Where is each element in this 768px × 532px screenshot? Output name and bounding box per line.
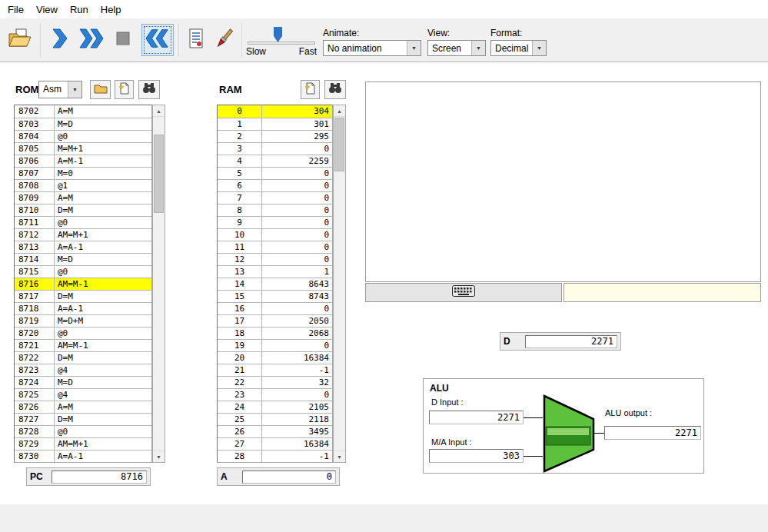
rom-format-select[interactable]: Asm ▼ bbox=[38, 81, 82, 98]
rom-row-address[interactable]: 8727 bbox=[15, 414, 55, 425]
ram-row[interactable]: 230 bbox=[218, 388, 332, 401]
rom-row-value[interactable]: A=M bbox=[55, 192, 151, 204]
ram-row-address[interactable]: 16 bbox=[218, 303, 262, 314]
rom-row[interactable]: 8706A=M-1 bbox=[15, 155, 151, 167]
rom-row-value[interactable]: @0 bbox=[55, 266, 151, 278]
rom-row-address[interactable]: 8726 bbox=[15, 401, 55, 413]
ram-row-address[interactable]: 0 bbox=[218, 105, 262, 118]
ram-row[interactable]: 30 bbox=[218, 142, 332, 155]
ram-row-address[interactable]: 24 bbox=[218, 401, 262, 413]
rom-row-value[interactable]: @1 bbox=[55, 180, 151, 191]
rom-row-address[interactable]: 8706 bbox=[15, 155, 55, 167]
ram-row[interactable]: 2232 bbox=[218, 376, 332, 388]
ram-row-value[interactable]: 0 bbox=[262, 389, 332, 401]
stop-button[interactable] bbox=[112, 25, 134, 55]
rom-row-value[interactable]: A=A-1 bbox=[55, 303, 151, 314]
menu-file[interactable]: File bbox=[2, 2, 30, 18]
ram-row[interactable]: 90 bbox=[218, 216, 332, 228]
rom-row-address[interactable]: 8722 bbox=[15, 352, 55, 364]
ram-row[interactable]: 50 bbox=[218, 167, 332, 179]
ram-row-address[interactable]: 3 bbox=[218, 143, 262, 155]
ram-row-value[interactable]: 0 bbox=[262, 217, 332, 228]
ram-search-button[interactable] bbox=[324, 80, 346, 99]
rom-row[interactable]: 8708@1 bbox=[15, 179, 151, 191]
a-value-field[interactable]: 0 bbox=[242, 470, 336, 484]
rom-row-value[interactable]: AM=M-1 bbox=[55, 278, 151, 290]
rom-row[interactable]: 8717D=M bbox=[15, 290, 151, 302]
rom-row[interactable]: 8713A=A-1 bbox=[15, 241, 151, 253]
rom-row[interactable]: 8725@4 bbox=[15, 388, 151, 401]
ram-row-address[interactable]: 8 bbox=[218, 204, 262, 216]
rom-row-value[interactable]: D=M bbox=[55, 414, 151, 425]
scroll-down-icon[interactable]: ▼ bbox=[334, 451, 345, 462]
rom-row-address[interactable]: 8721 bbox=[15, 340, 55, 351]
load-program-button[interactable] bbox=[6, 25, 34, 55]
ram-row-address[interactable]: 15 bbox=[218, 291, 262, 302]
rom-row-value[interactable]: A=M-1 bbox=[55, 155, 151, 167]
rom-row-value[interactable]: M=0 bbox=[55, 168, 151, 179]
ram-row-address[interactable]: 22 bbox=[218, 377, 262, 388]
ram-row[interactable]: 2016384 bbox=[218, 351, 332, 364]
rom-row-value[interactable]: A=A-1 bbox=[55, 241, 151, 253]
ram-row[interactable]: 100 bbox=[218, 228, 332, 241]
rom-row-value[interactable]: A=M bbox=[55, 401, 151, 413]
d-value-field[interactable]: 2271 bbox=[525, 335, 617, 348]
ram-row[interactable]: 263495 bbox=[218, 425, 332, 437]
ram-row-value[interactable]: -1 bbox=[262, 364, 332, 376]
chevron-down-icon[interactable]: ▼ bbox=[407, 41, 421, 55]
ram-row-value[interactable]: 8743 bbox=[262, 291, 332, 302]
ram-row-value[interactable]: 8643 bbox=[262, 278, 332, 290]
ram-row[interactable]: 21-1 bbox=[218, 364, 332, 376]
ram-row-address[interactable]: 26 bbox=[218, 426, 262, 437]
rom-row-address[interactable]: 8702 bbox=[15, 105, 55, 118]
ram-row-value[interactable]: 2050 bbox=[262, 315, 332, 327]
ram-row-address[interactable]: 13 bbox=[218, 266, 262, 278]
ram-row[interactable]: 80 bbox=[218, 204, 332, 216]
rom-row-value[interactable]: D=M bbox=[55, 204, 151, 216]
rom-scrollbar-thumb[interactable] bbox=[154, 135, 164, 213]
rom-row-address[interactable]: 8716 bbox=[15, 278, 55, 290]
ram-row-value[interactable]: 16384 bbox=[262, 352, 332, 364]
keyboard-button[interactable] bbox=[365, 283, 562, 302]
view-select[interactable]: Screen ▼ bbox=[427, 40, 486, 56]
rom-row-address[interactable]: 8724 bbox=[15, 377, 55, 388]
scroll-down-icon[interactable]: ▼ bbox=[153, 451, 165, 462]
single-step-button[interactable] bbox=[46, 25, 72, 55]
ram-row[interactable]: 190 bbox=[218, 339, 332, 351]
rom-row-address[interactable]: 8720 bbox=[15, 328, 55, 339]
rom-row-value[interactable]: AM=M-1 bbox=[55, 340, 151, 351]
speed-slider[interactable]: Slow Fast bbox=[246, 22, 317, 60]
rom-row[interactable]: 8711@0 bbox=[15, 216, 151, 228]
rom-row-address[interactable]: 8714 bbox=[15, 254, 55, 265]
scroll-up-icon[interactable]: ▲ bbox=[153, 105, 165, 117]
ram-row-value[interactable]: 2259 bbox=[262, 155, 332, 167]
ram-row-value[interactable]: -1 bbox=[262, 451, 332, 462]
ram-row-address[interactable]: 2 bbox=[218, 131, 262, 142]
ram-row-address[interactable]: 14 bbox=[218, 278, 262, 290]
rom-row[interactable]: 8726A=M bbox=[15, 401, 151, 413]
ram-row-value[interactable]: 2118 bbox=[262, 414, 332, 425]
rom-row-value[interactable]: M=D+M bbox=[55, 315, 151, 327]
ram-row[interactable]: 60 bbox=[218, 179, 332, 191]
ram-row-value[interactable]: 304 bbox=[262, 105, 332, 118]
rom-row[interactable]: 8714M=D bbox=[15, 253, 151, 265]
rom-row[interactable]: 8723@4 bbox=[15, 364, 151, 376]
ram-row-address[interactable]: 19 bbox=[218, 340, 262, 351]
rom-row[interactable]: 8724M=D bbox=[15, 376, 151, 388]
rom-row[interactable]: 8730A=A-1 bbox=[15, 450, 151, 462]
rom-row-address[interactable]: 8705 bbox=[15, 143, 55, 155]
rom-row[interactable]: 8707M=0 bbox=[15, 167, 151, 179]
rom-clear-button[interactable] bbox=[115, 80, 134, 99]
program-flow-button[interactable] bbox=[185, 25, 208, 55]
ram-row-address[interactable]: 28 bbox=[218, 451, 262, 462]
ram-row[interactable]: 182068 bbox=[218, 327, 332, 339]
rom-row-value[interactable]: M=M+1 bbox=[55, 143, 151, 155]
ram-row-address[interactable]: 1 bbox=[218, 118, 262, 130]
rom-row[interactable]: 8719M=D+M bbox=[15, 314, 151, 327]
alu-ma-input-field[interactable]: 303 bbox=[429, 449, 524, 463]
ram-row[interactable]: 110 bbox=[218, 241, 332, 253]
rom-row[interactable]: 8721AM=M-1 bbox=[15, 339, 151, 351]
ram-row-value[interactable]: 301 bbox=[262, 118, 332, 130]
clear-button[interactable] bbox=[211, 24, 238, 56]
rom-row-address[interactable]: 8719 bbox=[15, 315, 55, 327]
